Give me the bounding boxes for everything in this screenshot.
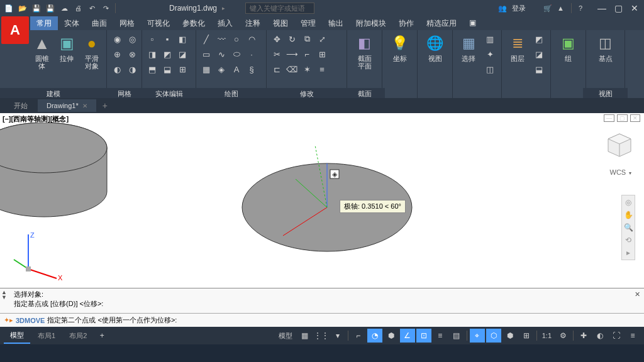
maximize-button[interactable]: ▢ [611,3,625,14]
panel-title-draw[interactable]: 绘图 [193,88,269,98]
panel-title-modeling[interactable]: 建模 [0,88,109,98]
text-icon[interactable]: A [230,62,243,76]
mesh-icon-6[interactable]: ◑ [125,62,139,76]
se-icon-5[interactable]: ◩ [160,47,174,61]
snap-menu-icon[interactable]: ▾ [330,329,345,343]
lineweight-icon[interactable]: ≡ [433,329,448,343]
tab-featured[interactable]: 精选应用 [420,16,463,30]
rect-icon[interactable]: ▭ [199,47,213,61]
spline-icon[interactable]: ∿ [214,47,228,61]
add-tab-button[interactable]: + [97,101,113,111]
layer-prop-icon[interactable]: ⬓ [532,62,546,76]
tab-view[interactable]: 视图 [267,16,294,30]
otrack-icon[interactable]: ⊡ [416,329,431,343]
dyninput-icon[interactable]: ⊞ [519,329,534,343]
panel-title-solidedit[interactable]: 实体编辑 [139,88,199,98]
view-cube[interactable] [606,132,633,158]
isolate-icon[interactable]: ✚ [576,329,591,343]
new-icon[interactable]: 📄 [3,2,15,14]
osnap-icon[interactable]: ∠ [400,329,415,343]
culling-icon[interactable]: ◫ [483,62,497,76]
panel-title-modify[interactable]: 修改 [264,88,350,98]
polar-icon[interactable]: ◔ [367,329,382,343]
cart-icon[interactable]: 🛒 [543,4,552,13]
nav-wheel-icon[interactable]: ◎ [625,198,631,207]
layout-tab-1[interactable]: 布局1 [31,329,62,343]
se-icon-6[interactable]: ◪ [175,47,189,61]
nav-pan-icon[interactable]: ✋ [624,211,633,219]
smooth-button[interactable]: ● 平滑对象 [80,32,103,96]
tab-parametric[interactable]: 参数化 [176,16,211,30]
hardware-accel-icon[interactable]: ◐ [592,329,608,343]
ucs-button[interactable]: 💡 坐标 [386,32,414,63]
close-button[interactable]: ✕ [628,3,641,14]
tab-output[interactable]: 输出 [322,16,350,30]
iso-icon[interactable]: ⬢ [384,329,399,343]
tab-visualize[interactable]: 可视化 [141,16,176,30]
line-icon[interactable]: ╱ [199,32,213,46]
wcs-label[interactable]: WCS ▾ [610,168,631,176]
doc-tab-start[interactable]: 开始 [5,99,36,113]
nav-zoom-icon[interactable]: 🔍 [624,223,633,232]
vp-max-icon[interactable]: ▢ [617,114,628,122]
tab-insert[interactable]: 插入 [211,16,239,30]
fillet-icon[interactable]: ⌐ [300,47,314,61]
tab-manage[interactable]: 管理 [294,16,322,30]
explode-icon[interactable]: ✶ [300,62,314,76]
tab-overflow[interactable]: ▣ [463,16,482,30]
tab-collab[interactable]: 协作 [392,16,420,30]
base-button[interactable]: ◫ 基点 [589,32,621,63]
ortho-icon[interactable]: ⌐ [351,329,366,343]
move-icon[interactable]: ✥ [270,32,284,46]
nav-showmotion-icon[interactable]: ▸ [626,248,630,257]
login-button[interactable]: 登录 [512,4,526,13]
mesh-icon-3[interactable]: ⊕ [110,47,124,61]
command-line[interactable]: ✦▸ 3DMOVE 指定第二个点或 <使用第一个点作为位移>: [0,313,644,327]
point-icon[interactable]: · [245,47,258,61]
undo-icon[interactable]: ↶ [86,2,98,14]
cmd-expand-icon[interactable]: ▲▼ [1,290,7,300]
ellipse-icon[interactable]: ⬭ [230,47,243,61]
scale-icon[interactable]: ⤢ [315,32,329,46]
layout-tab-2[interactable]: 布局2 [63,329,93,343]
extend-icon[interactable]: ⟶ [285,47,299,61]
close-tab-icon[interactable]: ✕ [82,102,87,109]
redo-icon[interactable]: ↷ [99,2,112,14]
signin-icon[interactable]: 👥 [498,4,507,13]
circle-icon[interactable]: ○ [230,32,243,46]
tab-mesh[interactable]: 网格 [113,16,141,30]
grid-icon[interactable]: ▦ [297,329,313,343]
layer-state-icon[interactable]: ◩ [532,32,546,46]
vp-close-icon[interactable]: ✕ [630,114,640,122]
panel-title-section[interactable]: 截面 [344,88,385,98]
clean-screen-icon[interactable]: ⛶ [609,329,624,343]
customize-icon[interactable]: ≡ [625,329,640,343]
minimize-button[interactable]: — [595,3,609,14]
cloud-icon[interactable]: ☁ [58,2,70,14]
cmd-close-icon[interactable]: ✕ [635,290,640,299]
dropdown-icon[interactable]: ▸ [222,5,225,11]
helix-icon[interactable]: § [245,62,258,76]
layer-button[interactable]: ≣ 图层 [505,32,530,96]
hatch-icon[interactable]: ▦ [199,62,213,76]
panel-title-view[interactable]: 视图 [583,88,628,98]
mirror-icon[interactable]: ⧉ [300,32,314,46]
section-button[interactable]: ◧ 截面 平面 [350,32,379,71]
dynucs-icon[interactable]: ⌖ [470,329,485,343]
group-button[interactable]: ▣ 组 [554,32,582,63]
align-icon[interactable]: ≡ [315,62,329,76]
drawing-canvas[interactable]: [–][西南等轴测][概念] — ▢ ✕ ◈ 极轴: 0.3510 < 60° … [0,113,644,288]
tab-solid[interactable]: 实体 [58,16,86,30]
tab-surface[interactable]: 曲面 [86,16,113,30]
save-icon[interactable]: 💾 [30,2,43,14]
gizmo-icon[interactable]: ✦ [483,47,497,61]
add-layout-button[interactable]: + [94,329,109,343]
select-button[interactable]: ▦ 选择 [456,32,481,96]
se-icon-9[interactable]: ⊞ [175,62,189,76]
view-button[interactable]: 🌐 视图 [421,32,449,63]
arc-icon[interactable]: ◠ [245,32,258,46]
doc-tab-drawing1[interactable]: Drawing1*✕ [38,99,96,112]
region-icon[interactable]: ◈ [214,62,228,76]
tab-annotate[interactable]: 注释 [239,16,267,30]
vp-min-icon[interactable]: — [604,114,614,122]
